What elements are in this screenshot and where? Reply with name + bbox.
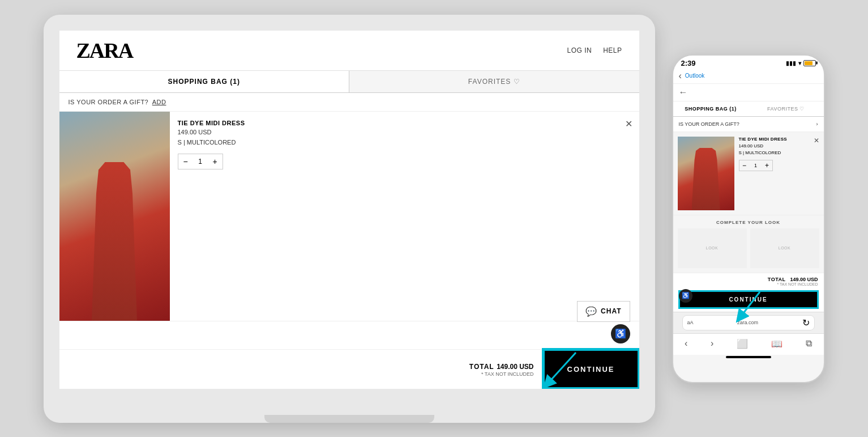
help-link[interactable]: HELP <box>603 46 622 54</box>
phone-product-price: 149.00 USD <box>739 143 819 149</box>
phone-arrow-annotation <box>732 289 766 325</box>
phone-time: 2:39 <box>681 59 696 67</box>
phone-quantity-decrease-button[interactable]: − <box>739 160 750 171</box>
phone-cyan-arrow-svg <box>732 289 766 323</box>
phone-bottom-nav: ‹ › ⬜ 📖 ⧉ <box>673 333 824 355</box>
phone-status-bar: 2:39 ▮▮▮ ▾ <box>673 56 824 69</box>
phone-tab-favorites[interactable]: FAVORITES ♡ <box>749 101 824 116</box>
bookmark-nav-button[interactable]: 📖 <box>767 337 787 350</box>
phone-quantity-value: 1 <box>750 163 762 168</box>
chat-button[interactable]: 💬 CHAT <box>577 301 630 322</box>
tabs-nav-button[interactable]: ⧉ <box>801 337 816 350</box>
product-price: 149.00 USD <box>178 129 631 135</box>
complete-look-title: COMPLETE YOUR LOOK <box>678 220 819 225</box>
battery-icon <box>803 60 816 66</box>
phone-gift-bar[interactable]: IS YOUR ORDER A GIFT? › <box>673 117 824 132</box>
quantity-value: 1 <box>193 158 208 166</box>
chat-icon: 💬 <box>585 306 597 317</box>
reload-icon[interactable]: ↻ <box>802 317 810 328</box>
phone-product-variant: S | MULTICOLORED <box>739 150 819 155</box>
tab-shopping-bag[interactable]: SHOPPING BAG (1) <box>59 71 350 92</box>
svg-line-0 <box>548 353 576 384</box>
phone-gift-chevron: › <box>816 121 818 127</box>
phone-gift-text: IS YOUR ORDER A GIFT? <box>679 121 739 127</box>
total-section: TOTAL 149.00 USD * TAX NOT INCLUDED <box>469 361 543 377</box>
total-label: TOTAL <box>469 363 494 371</box>
chat-label: CHAT <box>601 307 621 315</box>
phone-outlook-nav: ‹ Outlook <box>673 69 824 84</box>
outlook-label: Outlook <box>685 73 704 79</box>
product-image <box>59 112 170 321</box>
quantity-decrease-button[interactable]: − <box>178 154 193 169</box>
phone-product-name: TIE DYE MIDI DRESS <box>739 137 819 142</box>
quantity-increase-button[interactable]: + <box>208 154 223 169</box>
complete-look-section: COMPLETE YOUR LOOK LOOK LOOK <box>673 215 824 273</box>
quantity-control: − 1 + <box>178 154 223 169</box>
look-item-1: LOOK <box>678 228 747 268</box>
phone-quantity-increase-button[interactable]: + <box>762 160 772 171</box>
login-link[interactable]: LOG IN <box>567 46 592 54</box>
look-item-2: LOOK <box>750 228 819 268</box>
phone-total-row: TOTAL 149.00 USD <box>673 273 824 282</box>
desktop-tabs: SHOPPING BAG (1) FAVORITES ♡ <box>59 71 639 93</box>
header-links: LOG IN HELP <box>567 46 622 54</box>
gift-bar: IS YOUR ORDER A GIFT? ADD <box>59 93 639 112</box>
zara-logo: ZARA <box>76 40 133 61</box>
phone-product-row: TIE DYE MIDI DRESS 149.00 USD S | MULTIC… <box>673 132 824 215</box>
tax-note: * TAX NOT INCLUDED <box>469 371 534 377</box>
phone-total-amount: 149.00 USD <box>790 277 818 282</box>
phone-back-button[interactable]: ← <box>673 84 824 101</box>
phone-remove-button[interactable]: ✕ <box>814 137 819 145</box>
phone-tabs: SHOPPING BAG (1) FAVORITES ♡ <box>673 101 824 117</box>
product-variant: S | MULTICOLORED <box>178 139 631 146</box>
back-nav-button[interactable]: ‹ <box>680 337 692 350</box>
phone-accessibility-button[interactable] <box>679 289 692 303</box>
total-amount: 149.00 USD <box>497 363 533 371</box>
remove-button[interactable]: ✕ <box>625 118 632 129</box>
cyan-arrow-svg <box>536 347 581 392</box>
laptop-screen: ZARA LOG IN HELP SHOPPING BAG (1) FAVORI… <box>59 31 639 389</box>
tab-favorites[interactable]: FAVORITES ♡ <box>349 71 639 92</box>
product-name: TIE DYE MIDI DRESS <box>178 120 631 126</box>
laptop-device: ZARA LOG IN HELP SHOPPING BAG (1) FAVORI… <box>44 15 655 423</box>
phone-home-bar <box>726 356 771 358</box>
arrow-annotation <box>536 347 581 394</box>
product-details: ✕ TIE DYE MIDI DRESS 149.00 USD S | MULT… <box>170 112 639 321</box>
forward-nav-button[interactable]: › <box>706 337 718 350</box>
product-row: ✕ TIE DYE MIDI DRESS 149.00 USD S | MULT… <box>59 112 639 321</box>
back-arrow-icon[interactable]: ‹ <box>679 71 682 81</box>
signal-icon: ▮▮▮ <box>786 60 796 66</box>
gift-add-link[interactable]: ADD <box>152 99 166 105</box>
phone-tax-note: * TAX NOT INCLUDED <box>673 282 824 288</box>
phone-tab-shopping-bag[interactable]: SHOPPING BAG (1) <box>673 101 749 116</box>
share-nav-button[interactable]: ⬜ <box>732 337 752 350</box>
gift-text: IS YOUR ORDER A GIFT? <box>69 99 149 105</box>
phone-device: 2:39 ▮▮▮ ▾ ‹ Outlook ← SHOPPING BAG (1) … <box>672 54 825 383</box>
look-items: LOOK LOOK <box>678 228 819 268</box>
laptop-base <box>264 415 434 423</box>
phone-product-info: TIE DYE MIDI DRESS 149.00 USD S | MULTIC… <box>739 137 819 210</box>
phone-status-icons: ▮▮▮ ▾ <box>786 60 816 66</box>
svg-line-1 <box>740 292 760 317</box>
accessibility-button[interactable] <box>611 324 630 343</box>
url-aa: aA <box>687 320 694 325</box>
wifi-icon: ▾ <box>798 60 801 66</box>
phone-product-image <box>678 137 734 210</box>
phone-total-label: TOTAL <box>768 277 786 282</box>
desktop-header: ZARA LOG IN HELP <box>59 31 639 71</box>
phone-quantity-control: − 1 + <box>739 160 773 171</box>
